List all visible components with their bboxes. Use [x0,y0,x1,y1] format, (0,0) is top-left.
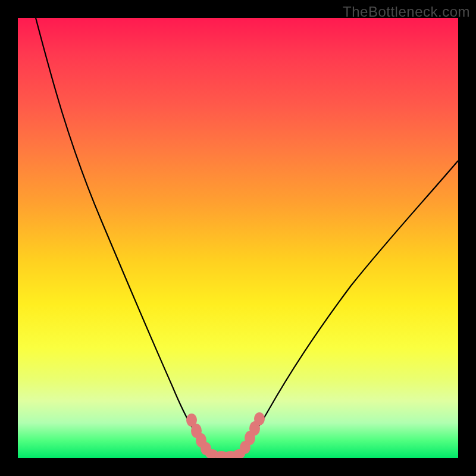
left-curve [36,18,214,457]
right-blob-group [233,412,265,458]
right-curve [238,161,458,457]
left-blob-group [186,414,238,458]
chart-frame [18,18,458,458]
chart-svg [18,18,458,458]
blob-dot [254,412,265,425]
